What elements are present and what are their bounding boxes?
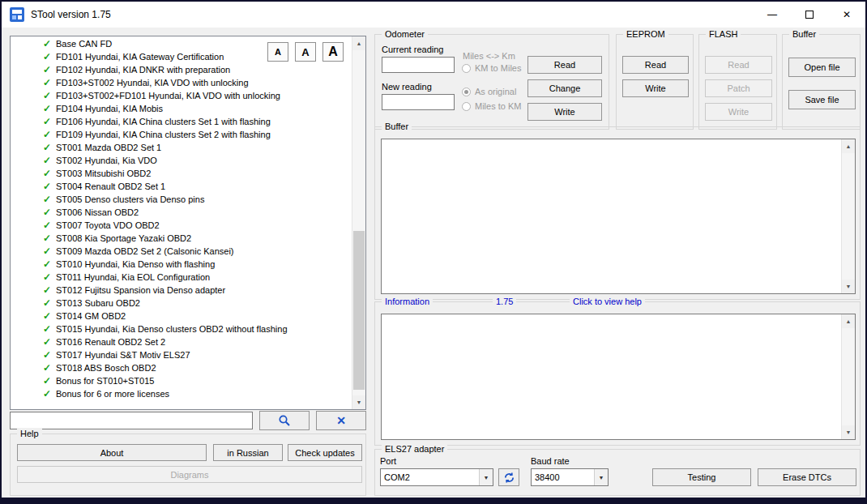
information-label: Information: [382, 296, 433, 308]
list-item[interactable]: ✓FD106 Hyundai, KIA China clusters Set 1…: [11, 115, 351, 128]
scroll-down-icon[interactable]: ▼: [352, 395, 365, 409]
odometer-write-button[interactable]: Write: [527, 103, 602, 121]
check-icon: ✓: [43, 220, 56, 231]
port-select[interactable]: COM2 ▼: [380, 468, 493, 486]
diagrams-button[interactable]: Diagrams: [17, 466, 362, 483]
list-item[interactable]: ✓FD109 Hyundai, KIA China clusters Set 2…: [11, 128, 351, 141]
information-textarea[interactable]: ▲ ▼: [381, 314, 856, 440]
list-item[interactable]: ✓ST015 Hyundai, Kia Denso clusters OBD2 …: [11, 322, 351, 335]
list-item-label: FD109 Hyundai, KIA China clusters Set 2 …: [56, 130, 271, 139]
list-item[interactable]: ✓ST016 Renault OBD2 Set 2: [11, 335, 351, 348]
app-icon: [10, 7, 24, 22]
scroll-up-icon[interactable]: ▲: [842, 314, 855, 328]
odometer-read-button[interactable]: Read: [527, 56, 602, 74]
list-item[interactable]: ✓Bonus for 6 or more licenses: [11, 387, 351, 400]
check-icon: ✓: [43, 194, 56, 205]
check-icon: ✓: [43, 155, 56, 166]
radio-option-miles-to-km[interactable]: Miles to KM: [462, 101, 521, 111]
list-item[interactable]: ✓ST009 Mazda OBD2 Set 2 (Calsonic Kansei…: [11, 245, 351, 258]
list-item[interactable]: ✓ST017 Hyundai S&T Motiv ELS27: [11, 348, 351, 361]
testing-button[interactable]: Testing: [652, 468, 751, 486]
about-button[interactable]: About: [17, 444, 207, 461]
list-item[interactable]: ✓FD103+ST002 Hyundai, KIA VDO with unloc…: [11, 76, 351, 89]
clear-search-button[interactable]: ✕: [316, 411, 366, 430]
list-scrollbar[interactable]: ▲ ▼: [352, 36, 365, 409]
search-input[interactable]: [10, 412, 253, 429]
check-icon: ✓: [43, 51, 56, 62]
refresh-ports-button[interactable]: [498, 468, 519, 486]
eeprom-write-button[interactable]: Write: [622, 79, 689, 97]
radio-label: KM to Miles: [475, 63, 521, 73]
list-item[interactable]: ✓ST008 Kia Sportage Yazaki OBD2: [11, 232, 351, 245]
buffer-group-title: Buffer: [382, 121, 412, 133]
flash-read-button[interactable]: Read: [705, 56, 772, 74]
odometer-group: Odometer Current reading Miles <-> Km KM…: [374, 34, 609, 130]
baud-rate-value: 38400: [532, 472, 594, 482]
radio-option-km-to-miles[interactable]: KM to Miles: [462, 63, 521, 73]
list-item-label: ST006 Nissan OBD2: [56, 207, 139, 217]
list-item-label: FD101 Hyundai, KIA Gateway Certification: [56, 52, 224, 62]
list-item[interactable]: ✓ST007 Toyota VDO OBD2: [11, 219, 351, 232]
license-list: ✓Base CAN FD✓FD101 Hyundai, KIA Gateway …: [11, 37, 351, 400]
list-item[interactable]: ✓ST012 Fujitsu Spansion via Denso adapte…: [11, 284, 351, 297]
chevron-down-icon[interactable]: ▼: [479, 469, 493, 485]
close-button[interactable]: ✕: [828, 2, 865, 28]
list-item[interactable]: ✓ST004 Renault OBD2 Set 1: [11, 180, 351, 193]
save-file-button[interactable]: Save file: [788, 90, 856, 109]
list-item[interactable]: ✓ST002 Hyundai, Kia VDO: [11, 154, 351, 167]
font-size-large-button[interactable]: A: [322, 42, 344, 62]
scroll-down-icon[interactable]: ▼: [842, 280, 855, 293]
list-item[interactable]: ✓FD102 Hyundai, KIA DNKR with preparatio…: [11, 63, 351, 76]
list-item-label: Base CAN FD: [56, 39, 112, 49]
list-item[interactable]: ✓ST003 Mitsubishi OBD2: [11, 167, 351, 180]
check-icon: ✓: [43, 168, 56, 179]
open-file-button[interactable]: Open file: [788, 58, 856, 77]
buffer-scrollbar[interactable]: ▲ ▼: [841, 139, 855, 293]
current-reading-input[interactable]: [382, 57, 455, 73]
check-icon: ✓: [43, 207, 56, 218]
eeprom-read-button[interactable]: Read: [622, 56, 689, 74]
window-controls: — ✕: [754, 2, 865, 28]
list-item[interactable]: ✓ST005 Denso clusters via Denso pins: [11, 193, 351, 206]
list-item[interactable]: ✓ST018 ABS Bosch OBD2: [11, 361, 351, 374]
odometer-change-button[interactable]: Change: [527, 79, 602, 97]
list-item[interactable]: ✓ST014 GM OBD2: [11, 310, 351, 322]
list-item[interactable]: ✓Bonus for ST010+ST015: [11, 374, 351, 387]
new-reading-input[interactable]: [382, 94, 455, 110]
radio-option-as-original[interactable]: As original: [462, 87, 516, 96]
new-reading-label: New reading: [382, 82, 432, 92]
list-item[interactable]: ✓FD104 Hyundai, KIA Mobis: [11, 102, 351, 115]
chevron-down-icon[interactable]: ▼: [594, 469, 608, 485]
font-size-small-button[interactable]: A: [267, 42, 288, 62]
list-item-label: ST012 Fujitsu Spansion via Denso adapter: [56, 285, 225, 295]
list-item-label: ST007 Toyota VDO OBD2: [56, 220, 160, 230]
list-item[interactable]: ✓ST006 Nissan OBD2: [11, 206, 351, 219]
list-item[interactable]: ✓ST010 Hyundai, Kia Denso with flashing: [11, 258, 351, 271]
els27-group: ELS27 adapter Port COM2 ▼ Baud rate 3840…: [374, 449, 861, 496]
scroll-up-icon[interactable]: ▲: [352, 36, 365, 50]
list-item-label: ST005 Denso clusters via Denso pins: [56, 194, 204, 204]
information-scrollbar[interactable]: ▲ ▼: [841, 314, 855, 439]
font-size-medium-button[interactable]: A: [295, 42, 316, 62]
list-item[interactable]: ✓ST013 Subaru OBD2: [11, 297, 351, 310]
list-item[interactable]: ✓FD103+ST002+FD101 Hyundai, KIA VDO with…: [11, 89, 351, 102]
flash-patch-button[interactable]: Patch: [705, 79, 772, 97]
scroll-down-icon[interactable]: ▼: [842, 425, 855, 439]
view-help-link[interactable]: Click to view help: [570, 296, 645, 308]
current-reading-label: Current reading: [382, 45, 443, 54]
flash-write-button[interactable]: Write: [705, 103, 772, 121]
list-item[interactable]: ✓ST011 Hyundai, Kia EOL Configuration: [11, 271, 351, 284]
port-label: Port: [380, 456, 396, 466]
maximize-button[interactable]: [791, 2, 828, 28]
scrollbar-thumb[interactable]: [353, 231, 365, 390]
minimize-button[interactable]: —: [754, 2, 791, 28]
baud-rate-select[interactable]: 38400 ▼: [531, 468, 609, 486]
search-button[interactable]: [259, 411, 310, 430]
scroll-up-icon[interactable]: ▲: [842, 139, 855, 153]
check-updates-button[interactable]: Check updates: [288, 444, 362, 461]
list-item[interactable]: ✓ST001 Mazda OBD2 Set 1: [11, 141, 351, 154]
title-bar: STool version 1.75 — ✕: [2, 2, 865, 28]
buffer-textarea[interactable]: ▲ ▼: [381, 139, 856, 294]
erase-dtcs-button[interactable]: Erase DTCs: [758, 468, 856, 486]
in-russian-button[interactable]: in Russian: [213, 444, 283, 461]
